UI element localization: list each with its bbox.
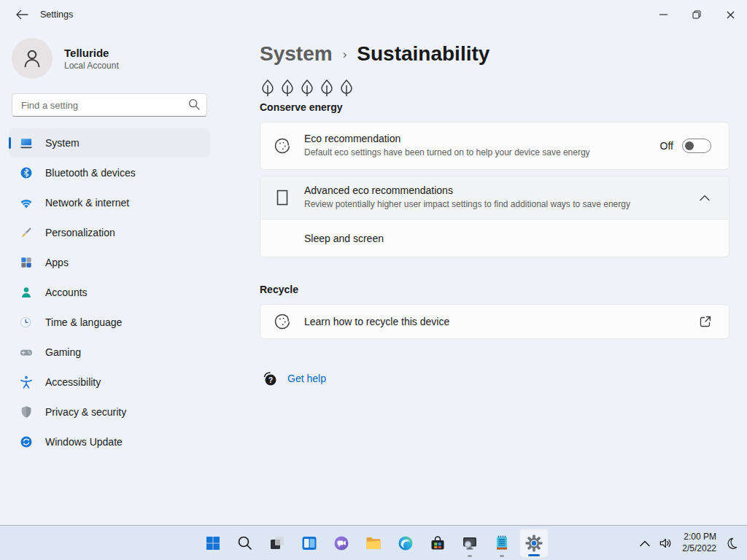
sidebar-item-label: Apps [45,257,69,268]
time-language-clock-icon [19,315,34,330]
sleep-and-screen-row[interactable]: Sleep and screen [260,219,729,257]
sidebar-item-system[interactable]: System [9,128,210,158]
eco-card-description: Default eco settings have been turned on… [304,147,654,159]
close-button[interactable] [713,0,747,29]
toggle-state-label: Off [660,140,673,152]
moon-icon [725,537,738,550]
clock[interactable]: 2:00 PM 2/5/2022 [676,532,721,554]
widgets-button[interactable] [295,529,324,558]
account-type: Local Account [64,61,119,71]
task-view-icon [268,534,286,552]
accessibility-person-icon [19,375,34,389]
window-title: Settings [40,0,73,29]
running-indicator [500,555,504,557]
restore-button[interactable] [680,0,713,29]
sidebar-item-windows-update[interactable]: Windows Update [9,427,210,456]
collapse-chevron-icon[interactable] [700,195,710,201]
tray-date: 2/5/2022 [682,543,716,555]
network-wifi-icon [19,195,34,210]
sidebar-item-bluetooth-devices[interactable]: Bluetooth & devices [9,158,210,187]
recycle-palette-icon [260,312,304,331]
sidebar-item-label: Privacy & security [45,406,126,418]
focus-assist-button[interactable] [721,529,743,558]
tray-chevron-button[interactable] [635,529,654,558]
search-icon [188,98,200,110]
eco-recommendation-card: Eco recommendation Default eco settings … [260,122,729,170]
advanced-eco-description: Review potentially higher user impact se… [304,198,654,211]
leaf-icon [279,79,295,98]
leaf-icon [338,79,355,98]
task-view-button[interactable] [263,529,292,558]
widgets-icon [301,534,318,552]
sidebar-item-time-language[interactable]: Time & language [9,308,210,337]
file-explorer-button[interactable] [359,529,388,558]
taskbar-search-icon [237,535,253,551]
store-icon [429,534,446,552]
toggle-knob [685,141,694,150]
eco-leaves-row [260,79,729,98]
eco-card-title: Eco recommendation [304,133,660,144]
close-icon [727,11,735,19]
sidebar-item-label: Accessibility [45,376,101,388]
sidebar-item-accounts[interactable]: Accounts [9,278,210,307]
gaming-gamepad-icon [19,345,34,359]
start-icon [204,534,222,552]
sidebar-item-label: Gaming [45,346,81,358]
privacy-shield-icon [19,405,34,419]
advanced-eco-card: Advanced eco recommendations Review pote… [260,176,729,257]
external-link-icon [700,316,711,327]
screen-magnifier-button[interactable] [455,529,484,558]
screen-magnifier-icon [461,534,479,552]
sidebar-item-apps[interactable]: Apps [9,248,210,277]
advanced-eco-box-icon [260,190,304,206]
back-button[interactable] [10,6,34,23]
window-controls [646,0,747,29]
page-title: Sustainability [357,42,489,66]
sidebar-item-network-internet[interactable]: Network & internet [9,188,210,217]
notepad-icon [493,534,511,552]
file-explorer-icon [365,534,382,552]
sidebar-item-personalization[interactable]: Personalization [9,218,210,247]
advanced-eco-title: Advanced eco recommendations [304,184,700,196]
edge-icon [397,534,414,552]
account-name: Telluride [64,47,119,59]
chat-button[interactable] [327,529,356,558]
notepad-button[interactable] [487,529,516,558]
edge-button[interactable] [391,529,420,558]
person-icon [21,47,43,69]
main-content: System › Sustainability Conserve energy [219,29,747,525]
avatar [12,38,53,79]
leaf-icon [260,79,276,98]
sidebar-item-gaming[interactable]: Gaming [9,338,210,367]
recycle-link-card[interactable]: Learn how to recycle this device [260,304,729,339]
breadcrumb: System › Sustainability [260,42,729,66]
active-running-indicator [528,554,540,556]
sidebar-item-label: Personalization [45,227,115,238]
get-help-icon: ? [261,370,279,387]
eco-palette-icon [260,136,304,155]
sidebar-item-label: Accounts [45,287,88,298]
breadcrumb-system[interactable]: System [260,42,333,66]
volume-button[interactable] [654,529,676,558]
taskbar-search-button[interactable] [231,529,260,558]
get-help-link[interactable]: Get help [287,373,326,384]
eco-recommendation-toggle[interactable] [682,139,711,153]
conserve-energy-heading: Conserve energy [260,101,729,113]
minimize-button[interactable] [646,0,680,29]
chevron-up-icon [640,540,650,547]
settings-cards: Eco recommendation Default eco settings … [260,122,729,387]
store-button[interactable] [423,529,452,558]
title-bar: Settings [0,0,747,29]
account-card[interactable]: Telluride Local Account [0,29,219,83]
running-indicator [468,555,472,557]
svg-text:?: ? [268,376,273,384]
advanced-eco-header[interactable]: Advanced eco recommendations Review pote… [260,176,729,219]
recycle-link-title: Learn how to recycle this device [304,316,700,327]
search-input[interactable] [12,93,207,117]
settings-taskbar-button[interactable] [519,529,549,558]
start-button[interactable] [198,529,228,558]
sidebar-item-accessibility[interactable]: Accessibility [9,368,210,397]
leaf-icon [319,79,335,98]
chat-icon [333,534,350,552]
sidebar-item-privacy-security[interactable]: Privacy & security [9,397,210,427]
